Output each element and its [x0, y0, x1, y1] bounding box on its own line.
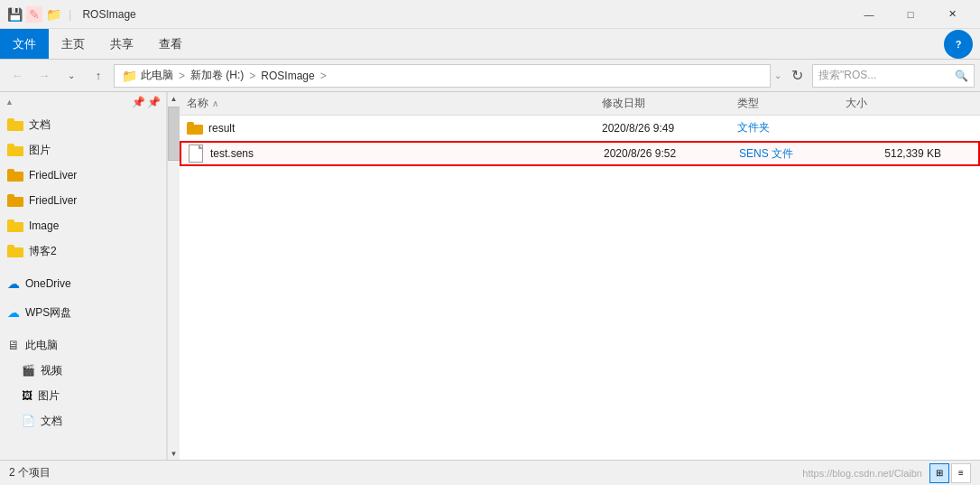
file-cell-name: test.sens [181, 143, 596, 164]
help-button[interactable]: ? [944, 30, 973, 59]
breadcrumb-drive: 新加卷 (H:) [190, 68, 244, 83]
folder-icon [7, 169, 23, 182]
file-cell-name: result [180, 116, 595, 140]
cloud-wps-icon: ☁ [7, 305, 20, 320]
tab-file[interactable]: 文件 [0, 29, 49, 59]
breadcrumb-pc: 此电脑 [141, 68, 173, 83]
status-bar: 2 个项目 https://blog.csdn.net/Claibn ⊞ ≡ [0, 460, 980, 485]
doc-icon: 📄 [22, 415, 35, 427]
file-cell-type: SENS 文件 [732, 143, 840, 164]
title-bar: 💾 ✎ 📁 | ROSImage — □ ✕ [0, 0, 980, 29]
sidebar-label: 文档 [29, 117, 51, 133]
sidebar-item-documents[interactable]: 文档 [0, 112, 166, 137]
file-area: 名称 ∧ 修改日期 类型 大小 result 2020/8/ [180, 92, 980, 460]
search-icon: 🔍 [955, 70, 968, 82]
sidebar-label: 文档 [41, 414, 62, 429]
sidebar-label: Image [29, 219, 59, 232]
watermark-text: https://blog.csdn.net/Claibn [802, 468, 922, 479]
sep1: > [179, 70, 185, 82]
back-button[interactable]: ← [5, 64, 29, 88]
close-button[interactable]: ✕ [931, 0, 973, 29]
view-grid-button[interactable]: ⊞ [929, 463, 949, 483]
sidebar-item-friedliver1[interactable]: FriedLiver [0, 163, 166, 188]
folder-icon [7, 245, 23, 257]
up-button[interactable]: ↑ [87, 64, 110, 88]
view-list-button[interactable]: ≡ [951, 463, 971, 483]
folder-title-icon: 📁 [46, 7, 61, 22]
pin-icon: 📌 [132, 96, 145, 108]
sidebar-scrollbar[interactable]: ▲ ▼ [167, 92, 180, 460]
video-icon: 🎬 [22, 364, 35, 377]
sep: | [69, 7, 71, 21]
cloud-icon: ☁ [7, 276, 20, 291]
sidebar-item-pictures2[interactable]: 🖼 图片 [0, 383, 166, 408]
breadcrumb-folder: ROSImage [261, 70, 314, 82]
tab-home[interactable]: 主页 [49, 29, 97, 59]
folder-icon [7, 219, 23, 232]
sidebar-label: FriedLiver [29, 194, 77, 207]
sidebar-item-thispc[interactable]: 🖥 此电脑 [0, 332, 166, 358]
dropdown-button[interactable]: ⌄ [60, 64, 83, 88]
file-row[interactable]: result 2020/8/26 9:49 文件夹 [180, 116, 980, 141]
file-list: result 2020/8/26 9:49 文件夹 test.sens [180, 116, 980, 460]
search-placeholder: 搜索"ROS... [818, 68, 951, 83]
sidebar-label: WPS网盘 [25, 305, 71, 321]
sidebar-label: 博客2 [29, 244, 57, 259]
main-layout: ▲ 📌 📌 文档 图片 FriedLiver FriedLiver Image … [0, 92, 980, 460]
sidebar-label: 图片 [38, 388, 60, 404]
folder-icon [7, 118, 23, 131]
sidebar-spacer3 [0, 325, 166, 332]
scroll-down-button[interactable]: ▼ [168, 447, 180, 460]
file-row-selected[interactable]: test.sens 2020/8/26 9:52 SENS 文件 512,339… [180, 141, 980, 166]
file-cell-size [838, 116, 947, 140]
scroll-up-button[interactable]: ▲ [168, 92, 180, 105]
address-bar-row: ← → ⌄ ↑ 📁 此电脑 > 新加卷 (H:) > ROSImage > ⌄ … [0, 60, 980, 92]
sidebar-item-video[interactable]: 🎬 视频 [0, 358, 166, 383]
forward-button[interactable]: → [32, 64, 56, 88]
col-type[interactable]: 类型 [730, 92, 838, 115]
sidebar-label: FriedLiver [29, 169, 77, 182]
file-icon [189, 145, 205, 163]
sep2: > [249, 70, 255, 82]
col-size[interactable]: 大小 [838, 92, 947, 115]
address-bar[interactable]: 📁 此电脑 > 新加卷 (H:) > ROSImage > [114, 64, 771, 88]
minimize-button[interactable]: — [848, 0, 890, 29]
undo-icon: ✎ [26, 6, 42, 23]
col-date[interactable]: 修改日期 [595, 92, 730, 115]
sidebar-item-wps[interactable]: ☁ WPS网盘 [0, 300, 166, 325]
sidebar-item-documents2[interactable]: 📄 文档 [0, 408, 166, 434]
sidebar-item-friedliver2[interactable]: FriedLiver [0, 188, 166, 213]
refresh-button[interactable]: ↻ [785, 64, 809, 88]
scroll-thumb[interactable] [168, 107, 180, 161]
ribbon: 文件 主页 共享 查看 ? [0, 29, 980, 60]
tab-share[interactable]: 共享 [97, 29, 146, 59]
sidebar-item-onedrive[interactable]: ☁ OneDrive [0, 271, 166, 296]
search-box[interactable]: 搜索"ROS... 🔍 [812, 64, 975, 88]
pin2-icon: 📌 [147, 96, 161, 108]
save-icon: 💾 [7, 7, 23, 22]
view-icons: ⊞ ≡ [929, 463, 971, 483]
maximize-button[interactable]: □ [890, 0, 931, 29]
title-icons: 💾 ✎ 📁 | [7, 6, 75, 23]
sep3: > [320, 70, 327, 82]
tab-view[interactable]: 查看 [146, 29, 195, 59]
pc-icon: 🖥 [7, 338, 20, 352]
title-controls: — □ ✕ [848, 0, 973, 29]
sidebar-item-pictures[interactable]: 图片 [0, 137, 166, 163]
file-cell-date: 2020/8/26 9:49 [595, 116, 730, 140]
sidebar-label: 视频 [41, 363, 62, 378]
sidebar-item-image[interactable]: Image [0, 213, 166, 238]
sidebar-label: 图片 [29, 143, 51, 158]
sidebar: ▲ 📌 📌 文档 图片 FriedLiver FriedLiver Image … [0, 92, 167, 460]
address-chevron[interactable]: ⌄ [774, 70, 781, 80]
pictures-icon: 🖼 [22, 389, 32, 402]
breadcrumb-folder-icon: 📁 [122, 69, 137, 83]
file-cell-type: 文件夹 [730, 116, 838, 140]
sidebar-spacer [0, 264, 166, 271]
file-cell-size: 512,339 KB [840, 143, 948, 164]
status-right: https://blog.csdn.net/Claibn ⊞ ≡ [802, 463, 971, 483]
folder-icon [7, 144, 23, 156]
col-name[interactable]: 名称 ∧ [180, 92, 595, 115]
sidebar-item-bokeh2[interactable]: 博客2 [0, 238, 166, 264]
status-item-count: 2 个项目 [9, 465, 51, 480]
